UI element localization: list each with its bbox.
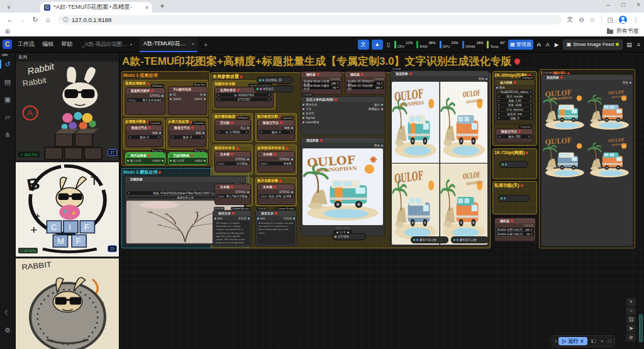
extensions-icon[interactable]: ◳ — [608, 16, 613, 23]
node-header[interactable]: 编组器 — [301, 72, 341, 77]
port-dot[interactable] — [162, 95, 164, 97]
widget-combo[interactable]: ◀模数: 8▶ — [496, 116, 533, 120]
node-save-v2[interactable]: 保存图像_V2 — [257, 77, 293, 84]
port-dot[interactable] — [303, 104, 304, 106]
node-header[interactable]: 展示文本 — [213, 211, 251, 216]
node-num-start[interactable]: Crystools数值元节点整数◀数值: 0▶ — [169, 125, 206, 147]
widget-pill[interactable]: value印花图案 — [216, 162, 249, 165]
widget-out[interactable]: 整数 — [259, 126, 293, 130]
node-dpi[interactable]: Crystools数值元节点◀数值: 300▶ — [496, 128, 533, 143]
cutout-image-4[interactable]: OULOF BONNOPHAN — [587, 133, 631, 180]
widget-io[interactable]: 输入任何output — [170, 158, 206, 162]
sidebar-queue-history-icon[interactable]: ↺ — [0, 60, 15, 69]
translate-icon[interactable]: 文 — [567, 15, 573, 24]
drag-handle[interactable]: ‖ — [555, 338, 557, 344]
widget-out[interactable]: STRING — [259, 157, 293, 161]
new-tab-button[interactable]: + — [157, 2, 167, 12]
port-dot[interactable] — [262, 79, 264, 81]
browser-menu-kebab-icon[interactable]: ⋮ — [633, 16, 639, 23]
port-dot[interactable] — [303, 108, 304, 110]
collapse-dot-icon[interactable] — [170, 89, 172, 91]
node-mute-2[interactable]: 编组器可选选项Enable 2K-300dpi(印刷)no▶Enable 1K-… — [345, 71, 386, 95]
bookmark-star-icon[interactable]: ☆ — [590, 16, 596, 23]
chevron-down-icon[interactable]: ∨ — [580, 338, 584, 344]
port-dot[interactable] — [162, 160, 164, 162]
port-dot[interactable] — [214, 218, 216, 219]
node-show-done[interactable]: Easy Use已处理数量输入任何output — [168, 152, 208, 165]
widget-toggle[interactable]: Enable 抠图功能(开)yes▶ — [496, 228, 534, 231]
widget-combo[interactable]: ◀67727267▶ — [216, 97, 272, 101]
port-dot[interactable] — [501, 197, 502, 199]
sidebar-node-map-icon[interactable]: ⋔ — [0, 131, 15, 139]
widget-in[interactable]: Latent图像 — [303, 120, 383, 124]
port-dot[interactable] — [247, 158, 249, 160]
image-feed-button[interactable]: ▣ Show Image Feed — [563, 40, 623, 50]
grid-image-1[interactable]: OULOF BONNOPHAN — [392, 82, 440, 163]
port-dot[interactable] — [260, 88, 262, 90]
node-dir2-node[interactable]: 文本框STRINGvalue派单图 — [257, 151, 295, 172]
node-header[interactable]: 加载图像 — [125, 177, 245, 182]
widget-combo[interactable]: ◀RealESRGAN_x4plus.pth▶ — [496, 90, 533, 94]
node-split-node[interactable]: Crystools数值元节点整数◀数值: 4▶ — [257, 119, 295, 141]
node-header[interactable]: 已处理数量 — [169, 153, 207, 158]
port-dot[interactable] — [453, 239, 455, 241]
port-dot[interactable] — [170, 160, 172, 162]
port-dot[interactable] — [291, 158, 293, 160]
window-minimize-button[interactable]: – — [607, 1, 611, 8]
node-graph-canvas[interactable]: A款-TEMU印花图案+高精度+标题批量生成【专属定制3.0】文字识别生成强化专… — [119, 53, 644, 349]
node-header[interactable]: 文本框 — [215, 184, 250, 189]
widget-combo[interactable]: ◀超采样: true▶ — [496, 112, 533, 116]
port-dot[interactable] — [204, 94, 206, 96]
back-button[interactable]: ← — [5, 16, 15, 23]
widget-out[interactable]: 整数 — [128, 131, 161, 135]
node-sampler[interactable]: 4:54:08自定义采样器(高级)噪波生成输出引导降噪输出采样器SigmasLa… — [301, 96, 385, 135]
collapse-dot-icon[interactable] — [128, 155, 130, 157]
stop-button[interactable]: □ — [606, 338, 612, 344]
node-header[interactable]: 编组器 — [345, 72, 386, 77]
toggle-links-button[interactable]: ⌀ — [626, 333, 636, 341]
cutout-image-3[interactable]: OULOF — [543, 133, 587, 180]
workflow-tab-active[interactable]: A款-TEMU印花图案+... • — [140, 37, 197, 52]
grid-image-3[interactable]: OULOF — [392, 163, 440, 245]
node-header[interactable]: 文本框 — [258, 184, 294, 189]
widget-out[interactable]: 图像 — [392, 77, 487, 80]
node-pts2[interactable]: 蒙版显示点数 — [451, 236, 489, 243]
widget-combo[interactable]: ◀数值: 0▶ — [170, 135, 204, 139]
collapse-dot-icon[interactable] — [303, 140, 305, 141]
node-upscale[interactable]: Comfyroll放大图像图像◀RealESRGAN_x4plus.pth▶◀模… — [494, 79, 535, 125]
menu-edit[interactable]: 编辑 — [40, 40, 55, 48]
collapse-dot-icon[interactable] — [128, 127, 130, 129]
node-header[interactable]: 放大图像 — [495, 80, 535, 85]
window-close-button[interactable]: × — [636, 1, 640, 8]
node-header[interactable]: 预览图像 — [391, 71, 489, 76]
port-dot[interactable] — [303, 113, 304, 114]
widget-combo[interactable]: ◀数值: 300▶ — [497, 135, 531, 138]
pan-mode-button[interactable]: ➤ — [626, 324, 636, 333]
collapse-dot-icon[interactable] — [128, 90, 130, 92]
grid-image-2[interactable]: OULOF BONNOPHAN — [440, 82, 488, 163]
port-dot[interactable] — [257, 88, 258, 90]
node-batch-path-node[interactable]: EZNodes批量图片路径STRINGstring图片文件夹路径 — [125, 87, 165, 115]
collapse-dot-icon[interactable] — [171, 127, 173, 129]
all-bookmarks-button[interactable]: 所有书签 — [607, 27, 639, 35]
node-hanzi[interactable]: 汉字替换 — [332, 233, 366, 240]
node-header[interactable]: 文本框 — [258, 152, 294, 157]
collapse-dot-icon[interactable] — [392, 73, 394, 75]
widget-io[interactable]: text字符串 — [257, 216, 295, 220]
widget-combo[interactable]: ◀数值: 0▶ — [128, 135, 161, 139]
fit-view-button[interactable]: ⊡ — [626, 316, 636, 324]
profile-avatar[interactable] — [619, 16, 627, 24]
port-dot[interactable] — [293, 218, 295, 219]
node-header[interactable]: 自定义采样器(高级) — [301, 97, 384, 102]
widget-combo[interactable]: ◀值: 6026027602▶ — [216, 93, 272, 97]
menu-help[interactable]: 帮助 — [59, 40, 74, 48]
collapse-dot-icon[interactable] — [127, 179, 129, 180]
display-icon[interactable]: ▤ — [625, 42, 633, 48]
batch-count-stepper[interactable]: 1 ▴▾ — [589, 338, 597, 344]
port-dot[interactable] — [159, 132, 161, 134]
widget-out[interactable]: STRING — [216, 157, 249, 161]
queue-item-2[interactable]: B T ++ CIF MF ✓ 97.67s 25 — [16, 162, 119, 257]
collapse-dot-icon[interactable] — [260, 153, 262, 155]
widget-io[interactable]: 引导降噪输出 — [303, 107, 383, 111]
apps-grid-icon[interactable]: ⊞ — [5, 28, 10, 35]
